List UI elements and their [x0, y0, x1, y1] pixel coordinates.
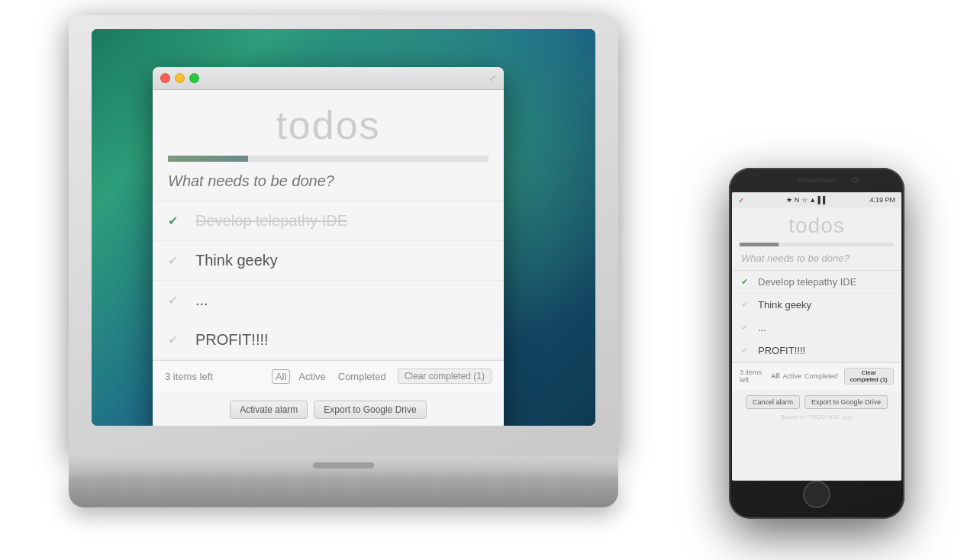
phone-screen: ✓ ★ N ☆ ▲ ▌▌ 4:19 PM todos What needs to…: [732, 192, 901, 481]
desktop-todo-window: ⤢ todos ✔ Develop telepathy IDE: [153, 67, 504, 426]
desktop-items-count: 3 items left: [165, 371, 264, 382]
phone-check-icon-4: ✔: [741, 346, 752, 356]
phone-status-icons: ★ N ☆ ▲ ▌▌: [786, 196, 827, 204]
phone-based-on: Based on TODO MVC app: [732, 412, 901, 423]
close-button[interactable]: [160, 73, 170, 83]
phone-todo-item-4[interactable]: ✔ PROFIT!!!!: [732, 340, 901, 362]
filter-active[interactable]: Active: [295, 369, 329, 384]
laptop-foot: [69, 477, 618, 507]
phone-todo-text-1: Develop telepathy IDE: [758, 276, 856, 288]
phone-status-bar: ✓ ★ N ☆ ▲ ▌▌ 4:19 PM: [732, 192, 901, 208]
check-icon-1: ✔: [168, 214, 185, 228]
window-titlebar: ⤢: [153, 67, 504, 90]
laptop-base: [69, 456, 618, 479]
laptop-screen: ⤢ todos ✔ Develop telepathy IDE: [92, 29, 595, 426]
phone-speaker: [798, 179, 836, 182]
activate-alarm-button[interactable]: Activate alarm: [230, 401, 308, 419]
phone-filter-active[interactable]: Active: [783, 372, 802, 380]
desktop-action-buttons: Activate alarm Export to Google Drive: [153, 391, 504, 423]
phone-todo-item-3[interactable]: ✔ ...: [732, 317, 901, 340]
phone-time: 4:19 PM: [869, 196, 895, 204]
check-icon-3: ✔: [168, 293, 185, 307]
phone-check-icon-1: ✔: [741, 277, 752, 287]
phone-todo-list: ✔ Develop telepathy IDE ✔ Think geeky ✔ …: [732, 271, 901, 362]
todo-text-2: Think geeky: [195, 252, 278, 269]
desktop-todo-list: ✔ Develop telepathy IDE ✔ Think geeky ✔ …: [153, 201, 504, 360]
desktop-todo-item-3[interactable]: ✔ ...: [153, 281, 504, 320]
todo-text-1: Develop telepathy IDE: [195, 212, 347, 230]
todo-text-4: PROFIT!!!!: [195, 331, 269, 349]
phone-home-button[interactable]: [803, 481, 830, 508]
phone-filter-completed[interactable]: Completed: [804, 372, 838, 380]
phone-export-button[interactable]: Export to Google Drive: [804, 395, 888, 409]
phone-todo-item-2[interactable]: ✔ Think geeky: [732, 294, 901, 317]
desktop-todo-input[interactable]: [168, 172, 488, 190]
phone-filter-group: All Active Completed: [771, 372, 838, 380]
phone-todo-text-3: ...: [758, 322, 766, 333]
phone-todo-item-1[interactable]: ✔ Develop telepathy IDE: [732, 271, 901, 294]
resize-icon[interactable]: ⤢: [489, 73, 496, 83]
desktop-filter-group: All Active Completed: [272, 369, 390, 384]
desktop-todo-item-2[interactable]: ✔ Think geeky: [153, 241, 504, 281]
phone-clear-button[interactable]: Clear completed (1): [844, 368, 894, 385]
phone-camera: [853, 177, 859, 183]
phone-filter-all[interactable]: All: [771, 372, 780, 380]
export-button[interactable]: Export to Google Drive: [314, 401, 426, 419]
phone-footer: 3 items left All Active Completed Clear …: [732, 362, 901, 391]
minimize-button[interactable]: [175, 73, 185, 83]
desktop-progress-bar: [168, 156, 488, 162]
filter-all[interactable]: All: [272, 369, 290, 384]
phone-check-icon-2: ✔: [741, 300, 752, 310]
clear-completed-button[interactable]: Clear completed (1): [398, 369, 492, 384]
laptop: ⤢ todos ✔ Develop telepathy IDE: [69, 15, 618, 534]
desktop-todo-item-1[interactable]: ✔ Develop telepathy IDE: [153, 201, 504, 241]
todo-text-3: ...: [195, 291, 208, 309]
phone-action-buttons: Cancel alarm Export to Google Drive: [732, 391, 901, 412]
desktop-todo-item-4[interactable]: ✔ PROFIT!!!!: [153, 320, 504, 360]
phone-check-icon-3: ✔: [741, 323, 752, 333]
phone-todo-text-4: PROFIT!!!!: [758, 345, 805, 356]
phone-body: ✓ ★ N ☆ ▲ ▌▌ 4:19 PM todos What needs to…: [729, 168, 904, 519]
phone-input-area[interactable]: What needs to be done?: [732, 246, 901, 271]
phone-cancel-alarm-button[interactable]: Cancel alarm: [746, 395, 800, 409]
check-icon-2: ✔: [168, 253, 185, 268]
maximize-button[interactable]: [189, 73, 199, 83]
laptop-body: ⤢ todos ✔ Develop telepathy IDE: [69, 15, 618, 458]
desktop-input-area[interactable]: [153, 162, 504, 201]
phone-todo-input[interactable]: What needs to be done?: [741, 253, 892, 264]
progress-fill: [168, 156, 248, 162]
laptop-bezel: ⤢ todos ✔ Develop telepathy IDE: [92, 29, 595, 426]
phone-status-left: ✓: [738, 196, 744, 204]
phone-todo-text-2: Think geeky: [758, 299, 811, 311]
desktop-app-title: todos: [153, 90, 504, 156]
phone-items-count: 3 items left: [740, 369, 765, 384]
desktop-based-on: Based on TODO MVC app: [153, 423, 504, 426]
phone-app-title: todos: [732, 208, 901, 243]
desktop-footer: 3 items left All Active Completed Clear …: [153, 360, 504, 391]
check-icon-4: ✔: [168, 333, 185, 347]
filter-completed[interactable]: Completed: [334, 369, 390, 384]
phone-footer-row1: 3 items left All Active Completed Clear …: [740, 368, 894, 385]
phone: ✓ ★ N ☆ ▲ ▌▌ 4:19 PM todos What needs to…: [729, 168, 904, 519]
